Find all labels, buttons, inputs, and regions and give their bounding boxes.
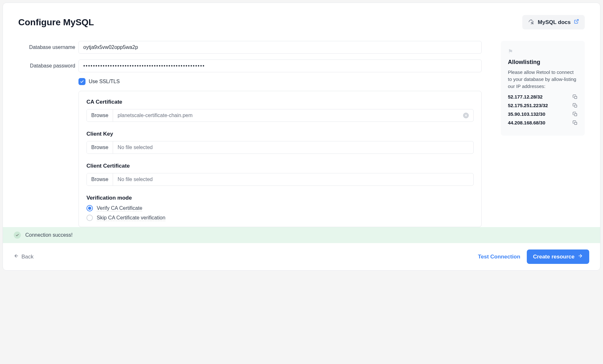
arrow-left-icon [14, 253, 19, 260]
ssl-checkbox-label: Use SSL/TLS [89, 79, 120, 84]
clear-ca-file-icon[interactable] [463, 113, 469, 118]
client-key-browse-button[interactable]: Browse [87, 141, 113, 154]
radio-verify-ca[interactable] [86, 205, 93, 211]
svg-rect-5 [574, 105, 577, 107]
copy-icon[interactable] [573, 112, 578, 117]
password-input[interactable] [78, 59, 482, 72]
ip-row: 52.175.251.223/32 [508, 103, 578, 108]
success-banner: Connection success! [3, 227, 600, 243]
test-connection-button[interactable]: Test Connection [478, 254, 520, 260]
radio-skip-ca[interactable] [86, 215, 93, 221]
copy-icon[interactable] [573, 94, 578, 99]
copy-icon[interactable] [573, 120, 578, 125]
external-link-icon [574, 19, 579, 26]
ca-file-name: planetscale-certificate-chain.pem [118, 113, 192, 118]
radio-skip-ca-label: Skip CA Certificate verification [97, 215, 165, 221]
mysql-docs-button[interactable]: MySQL docs [522, 15, 585, 29]
success-check-icon [14, 232, 21, 239]
flag-icon: ⚑ [508, 48, 578, 55]
svg-rect-7 [574, 122, 577, 124]
page-title: Configure MySQL [18, 17, 94, 28]
copy-icon[interactable] [573, 103, 578, 108]
allowlist-title: Allowlisting [508, 59, 578, 66]
create-resource-button[interactable]: Create resource [527, 249, 589, 264]
svg-line-1 [576, 20, 578, 22]
ip-row: 52.177.12.28/32 [508, 94, 578, 99]
ca-cert-file-input: Browse planetscale-certificate-chain.pem [86, 109, 474, 122]
docs-button-label: MySQL docs [538, 19, 571, 26]
svg-rect-4 [574, 96, 577, 99]
username-label: Database username [18, 44, 78, 50]
client-key-file-input: Browse No file selected [86, 141, 474, 154]
arrow-right-icon [578, 253, 583, 260]
client-cert-file-input: Browse No file selected [86, 173, 474, 186]
password-label: Database password [18, 63, 78, 69]
verification-mode-label: Verification mode [86, 195, 474, 201]
ip-row: 44.208.168.68/30 [508, 120, 578, 125]
mysql-icon [528, 18, 534, 26]
client-key-file-name: No file selected [118, 145, 152, 150]
username-input[interactable] [78, 41, 482, 54]
back-button[interactable]: Back [14, 253, 34, 260]
ip-row: 35.90.103.132/30 [508, 111, 578, 117]
ca-browse-button[interactable]: Browse [87, 109, 113, 122]
allowlist-description: Please allow Retool to connect to your d… [508, 69, 578, 90]
client-cert-label: Client Certificate [86, 163, 474, 169]
ssl-checkbox[interactable] [78, 78, 86, 85]
ssl-panel: CA Certificate Browse planetscale-certif… [78, 91, 482, 227]
svg-point-0 [531, 20, 531, 20]
ip-address: 35.90.103.132/30 [508, 111, 545, 117]
success-text: Connection success! [25, 232, 73, 238]
ip-address: 52.175.251.223/32 [508, 103, 548, 108]
create-resource-label: Create resource [533, 254, 574, 260]
back-button-label: Back [21, 254, 34, 260]
radio-verify-ca-label: Verify CA Certificate [97, 205, 142, 211]
client-cert-browse-button[interactable]: Browse [87, 173, 113, 186]
ca-cert-label: CA Certificate [86, 99, 474, 105]
allowlist-card: ⚑ Allowlisting Please allow Retool to co… [501, 41, 585, 136]
ip-address: 44.208.168.68/30 [508, 120, 545, 125]
ip-address: 52.177.12.28/32 [508, 94, 542, 99]
client-cert-file-name: No file selected [118, 177, 152, 182]
svg-rect-6 [574, 114, 577, 116]
client-key-label: Client Key [86, 131, 474, 137]
